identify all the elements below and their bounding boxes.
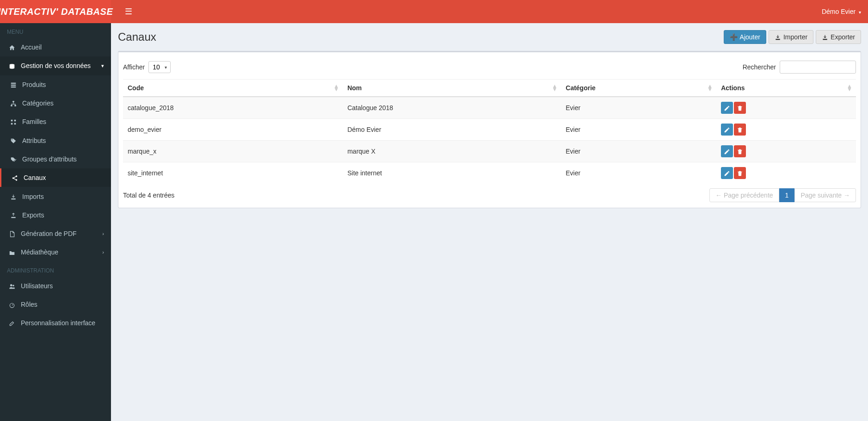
bars-icon: ☰	[125, 7, 132, 16]
top-header: INTERACTIV' DATABASE ☰ Démo Evier ▾	[0, 0, 868, 23]
chevron-down-icon: ▾	[859, 10, 861, 15]
brand-logo[interactable]: INTERACTIV' DATABASE	[0, 0, 111, 23]
navbar: ☰ Démo Evier ▾	[111, 0, 868, 23]
user-menu[interactable]: Démo Evier ▾	[822, 8, 861, 15]
user-name: Démo Evier	[822, 8, 856, 15]
sidebar-toggle[interactable]: ☰	[118, 2, 139, 21]
brand-text: INTERACTIV' DATABASE	[0, 6, 113, 17]
